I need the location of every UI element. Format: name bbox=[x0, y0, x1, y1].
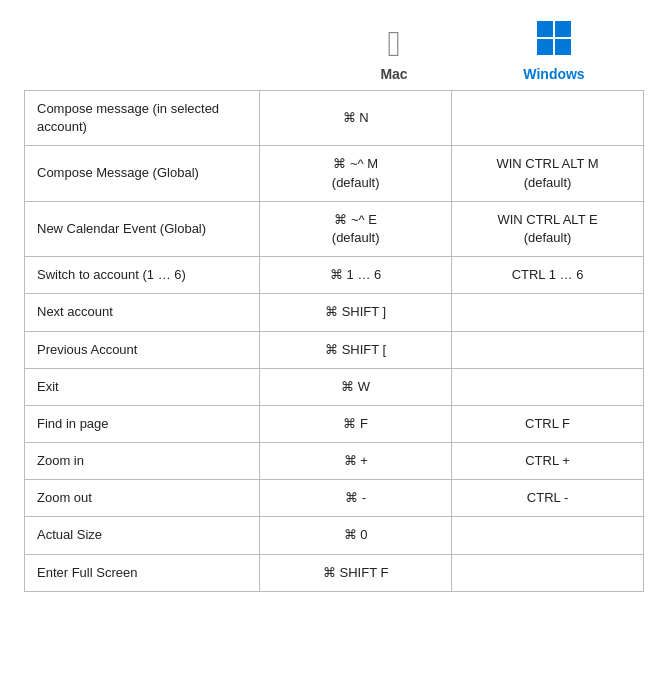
action-cell: Find in page bbox=[25, 405, 260, 442]
win-shortcut-cell: CTRL 1 … 6 bbox=[452, 257, 644, 294]
win-shortcut-cell bbox=[452, 331, 644, 368]
win-shortcut-cell bbox=[452, 517, 644, 554]
win-shortcut-cell bbox=[452, 554, 644, 591]
table-row: Exit⌘ W bbox=[25, 368, 644, 405]
table-row: Enter Full Screen⌘ SHIFT F bbox=[25, 554, 644, 591]
mac-shortcut-cell: ⌘ + bbox=[260, 443, 452, 480]
win-shortcut-cell: CTRL F bbox=[452, 405, 644, 442]
mac-shortcut-cell: ⌘ SHIFT ] bbox=[260, 294, 452, 331]
shortcuts-table: Compose message (in selected account)⌘ N… bbox=[24, 90, 644, 592]
win-shortcut-cell: WIN CTRL ALT E(default) bbox=[452, 201, 644, 256]
mac-shortcut-cell: ⌘ W bbox=[260, 368, 452, 405]
win-shortcut-cell: CTRL - bbox=[452, 480, 644, 517]
svg-rect-0 bbox=[537, 21, 553, 37]
win-shortcut-cell: CTRL + bbox=[452, 443, 644, 480]
win-shortcut-cell bbox=[452, 368, 644, 405]
table-row: New Calendar Event (Global)⌘ ~^ E(defaul… bbox=[25, 201, 644, 256]
action-cell: Compose message (in selected account) bbox=[25, 91, 260, 146]
mac-platform:  Mac bbox=[314, 26, 474, 82]
table-row: Zoom out⌘ -CTRL - bbox=[25, 480, 644, 517]
win-shortcut-cell: WIN CTRL ALT M(default) bbox=[452, 146, 644, 201]
table-row: Next account⌘ SHIFT ] bbox=[25, 294, 644, 331]
svg-rect-3 bbox=[555, 39, 571, 55]
action-cell: Actual Size bbox=[25, 517, 260, 554]
mac-shortcut-cell: ⌘ SHIFT [ bbox=[260, 331, 452, 368]
action-cell: Enter Full Screen bbox=[25, 554, 260, 591]
windows-icon bbox=[536, 20, 572, 62]
mac-shortcut-cell: ⌘ ~^ E(default) bbox=[260, 201, 452, 256]
mac-label: Mac bbox=[380, 66, 407, 82]
mac-shortcut-cell: ⌘ ~^ M(default) bbox=[260, 146, 452, 201]
action-cell: Next account bbox=[25, 294, 260, 331]
svg-rect-1 bbox=[555, 21, 571, 37]
table-row: Actual Size⌘ 0 bbox=[25, 517, 644, 554]
mac-shortcut-cell: ⌘ N bbox=[260, 91, 452, 146]
mac-shortcut-cell: ⌘ 0 bbox=[260, 517, 452, 554]
action-cell: Zoom out bbox=[25, 480, 260, 517]
mac-shortcut-cell: ⌘ SHIFT F bbox=[260, 554, 452, 591]
table-row: Compose message (in selected account)⌘ N bbox=[25, 91, 644, 146]
win-shortcut-cell bbox=[452, 91, 644, 146]
action-cell: Previous Account bbox=[25, 331, 260, 368]
windows-label: Windows bbox=[523, 66, 584, 82]
action-cell: Compose Message (Global) bbox=[25, 146, 260, 201]
mac-shortcut-cell: ⌘ 1 … 6 bbox=[260, 257, 452, 294]
table-row: Find in page⌘ FCTRL F bbox=[25, 405, 644, 442]
table-row: Zoom in⌘ +CTRL + bbox=[25, 443, 644, 480]
platform-header:  Mac Windows bbox=[24, 20, 644, 82]
action-cell: Switch to account (1 … 6) bbox=[25, 257, 260, 294]
apple-icon:  bbox=[387, 26, 400, 62]
action-cell: Zoom in bbox=[25, 443, 260, 480]
mac-shortcut-cell: ⌘ - bbox=[260, 480, 452, 517]
table-row: Previous Account⌘ SHIFT [ bbox=[25, 331, 644, 368]
table-row: Compose Message (Global)⌘ ~^ M(default)W… bbox=[25, 146, 644, 201]
win-shortcut-cell bbox=[452, 294, 644, 331]
action-cell: Exit bbox=[25, 368, 260, 405]
table-row: Switch to account (1 … 6)⌘ 1 … 6CTRL 1 …… bbox=[25, 257, 644, 294]
mac-shortcut-cell: ⌘ F bbox=[260, 405, 452, 442]
windows-platform: Windows bbox=[474, 20, 634, 82]
svg-rect-2 bbox=[537, 39, 553, 55]
action-cell: New Calendar Event (Global) bbox=[25, 201, 260, 256]
